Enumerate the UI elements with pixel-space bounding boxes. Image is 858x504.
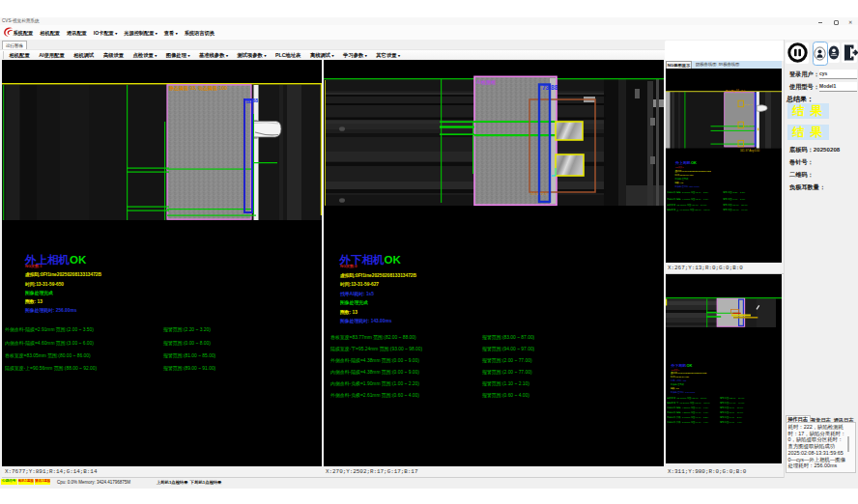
svg-text:73.88: 73.88	[542, 84, 558, 91]
svg-text:51.0 72.0: 51.0 72.0	[530, 191, 547, 196]
svg-text:强.88: 强.88	[245, 98, 258, 104]
svg-text:静态阈值:93, 动态阈值:100: 静态阈值:93, 动态阈值:100	[168, 85, 227, 92]
svg-text:AI检测框: AI检测框	[476, 79, 496, 86]
svg-text:34.80 AV: 34.80 AV	[744, 125, 753, 126]
svg-text:341.97 Avg:0.00: 341.97 Avg:0.00	[740, 149, 760, 153]
svg-text:34.80 AV: 34.80 AV	[744, 103, 753, 105]
svg-text:静态阈值:93, 动态: 静态阈值:93, 动态	[726, 89, 746, 93]
